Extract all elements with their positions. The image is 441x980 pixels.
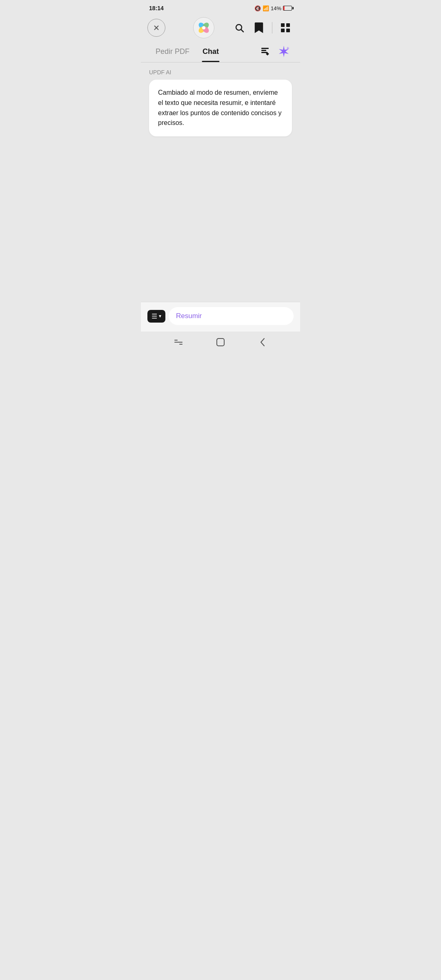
message-bubble: Cambiado al modo de resumen, envíeme el … <box>149 80 292 136</box>
ai-sender-label: UPDF AI <box>149 69 292 76</box>
svg-marker-18 <box>286 47 290 50</box>
app-logo-button[interactable] <box>193 17 214 38</box>
svg-rect-15 <box>261 52 267 53</box>
bookmark-button[interactable] <box>251 20 267 36</box>
svg-rect-11 <box>281 29 285 32</box>
status-bar: 18:14 🔇 📶 14% <box>141 0 300 15</box>
svg-rect-12 <box>286 29 290 32</box>
battery-percent: 14% <box>271 5 281 11</box>
mode-list-icon: ☰ <box>151 312 157 320</box>
svg-rect-14 <box>261 50 266 51</box>
tab-bar-icons <box>258 43 292 60</box>
tab-pedir-pdf[interactable]: Pedir PDF <box>149 41 196 62</box>
svg-rect-22 <box>217 339 224 346</box>
toolbar-divider <box>272 22 273 33</box>
nav-bar <box>141 332 300 353</box>
mode-selector[interactable]: ☰ ▾ <box>147 310 165 323</box>
nav-back-button[interactable] <box>250 334 275 350</box>
ai-sparkle-button[interactable] <box>276 43 292 60</box>
toolbar <box>141 15 300 41</box>
close-button[interactable] <box>147 19 165 37</box>
silent-icon: 🔇 <box>254 5 261 11</box>
search-button[interactable] <box>231 20 247 36</box>
clear-button[interactable] <box>258 44 272 59</box>
svg-line-8 <box>241 30 243 32</box>
signal-icon: 📶 <box>263 5 269 11</box>
battery-bar <box>283 6 292 11</box>
status-right: 🔇 📶 14% <box>254 5 292 11</box>
nav-menu-button[interactable] <box>166 334 191 350</box>
mode-chevron-icon: ▾ <box>159 313 161 319</box>
tab-bar: Pedir PDF Chat <box>141 41 300 62</box>
input-container: ☰ ▾ <box>141 302 300 332</box>
svg-rect-13 <box>261 48 269 49</box>
svg-rect-10 <box>286 23 290 27</box>
tab-chat[interactable]: Chat <box>196 41 225 62</box>
svg-rect-9 <box>281 23 285 27</box>
status-time: 18:14 <box>149 5 164 11</box>
message-text: Cambiado al modo de resumen, envíeme el … <box>158 88 283 128</box>
grid-button[interactable] <box>277 20 294 36</box>
chat-input[interactable] <box>169 307 294 325</box>
svg-point-6 <box>202 26 205 29</box>
nav-home-button[interactable] <box>208 334 233 350</box>
bottom-area: ☰ ▾ <box>141 302 300 353</box>
battery-fill <box>283 6 285 10</box>
svg-marker-17 <box>279 46 289 57</box>
